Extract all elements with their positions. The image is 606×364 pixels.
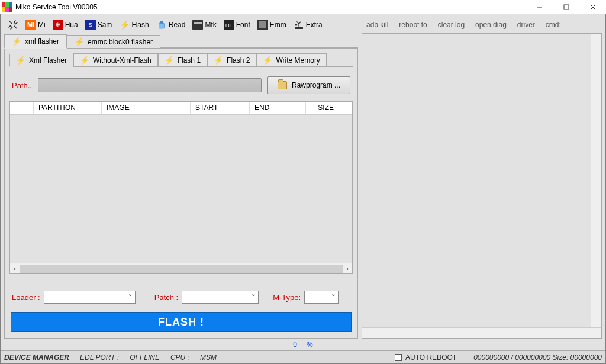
log-panel[interactable] bbox=[362, 33, 602, 339]
table-hscroll[interactable]: ‹ › bbox=[10, 263, 352, 273]
loader-row: Loader : ˅ Patch : ˅ M-Type: ˅ bbox=[9, 278, 353, 308]
subtab-flash1[interactable]: ⚡ Flash 1 bbox=[158, 53, 207, 66]
auto-reboot-checkbox[interactable]: AUTO REBOOT bbox=[395, 353, 457, 362]
link-driver[interactable]: driver bbox=[517, 21, 535, 29]
subtab-without-xml-label: Without-Xml-Flash bbox=[93, 56, 152, 65]
subtab-flash1-label: Flash 1 bbox=[178, 56, 201, 65]
subtab-flash2-label: Flash 2 bbox=[227, 56, 250, 65]
mtk-label: Mtk bbox=[205, 21, 216, 29]
cpu-label: CPU : bbox=[170, 353, 189, 362]
font-button[interactable]: TTF Font bbox=[220, 17, 254, 33]
link-reboot-to[interactable]: reboot to bbox=[399, 21, 427, 29]
tab-xml-flasher[interactable]: ⚡ xml flasher bbox=[4, 34, 67, 49]
cpu-value: MSM bbox=[200, 353, 217, 362]
auto-reboot-label: AUTO REBOOT bbox=[405, 353, 457, 362]
mtk-icon bbox=[192, 20, 203, 30]
edl-port-value: OFFLINE bbox=[130, 353, 160, 362]
titlebar: Miko Service Tool V00005 bbox=[0, 0, 606, 14]
flash-label: Flash bbox=[131, 21, 149, 29]
subtab-without-xml[interactable]: ⚡ Without-Xml-Flash bbox=[73, 53, 158, 66]
loader-combo[interactable]: ˅ bbox=[44, 291, 136, 304]
table-header-end[interactable]: END bbox=[250, 102, 306, 114]
main-toolbar: MI Mi ❋ Hua S Sam ⚡ Flash bbox=[4, 17, 358, 33]
emm-label: Emm bbox=[270, 21, 286, 29]
wrench-icon bbox=[8, 20, 18, 30]
subtab-xml-flasher[interactable]: ⚡ Xml Flasher bbox=[9, 54, 73, 67]
mi-label: Mi bbox=[38, 21, 46, 29]
rawprogram-button[interactable]: Rawprogram ... bbox=[267, 76, 350, 94]
size-status: 000000000 / 000000000 Size: 00000000 bbox=[473, 353, 602, 362]
mtype-combo[interactable]: ˅ bbox=[304, 291, 339, 304]
maximize-button[interactable] bbox=[553, 0, 579, 14]
table-header-image[interactable]: IMAGE bbox=[102, 102, 191, 114]
mi-button[interactable]: MI Mi bbox=[22, 17, 49, 33]
window-title: Miko Service Tool V00005 bbox=[15, 3, 98, 11]
emmc-button[interactable]: Emm bbox=[254, 17, 290, 33]
read-icon bbox=[156, 20, 167, 30]
mtype-label: M-Type: bbox=[273, 293, 301, 302]
samsung-icon: S bbox=[85, 20, 96, 30]
mi-icon: MI bbox=[25, 20, 36, 30]
font-icon: TTF bbox=[224, 20, 234, 30]
bolt-icon: ⚡ bbox=[263, 56, 272, 65]
bolt-icon: ⚡ bbox=[12, 37, 21, 46]
edl-port-label: EDL PORT : bbox=[80, 353, 119, 362]
table-body[interactable] bbox=[10, 115, 352, 263]
checkbox-icon bbox=[395, 354, 402, 361]
flash-tb-button[interactable]: ⚡ Flash bbox=[115, 17, 152, 33]
table-header-partition[interactable]: PARTITION bbox=[34, 102, 102, 114]
minimize-button[interactable] bbox=[526, 0, 553, 14]
patch-combo[interactable]: ˅ bbox=[182, 291, 259, 304]
mtk-button[interactable]: Mtk bbox=[189, 17, 220, 33]
link-clear-log[interactable]: clear log bbox=[438, 21, 465, 29]
chevron-down-icon: ˅ bbox=[331, 293, 336, 302]
tools-button[interactable] bbox=[4, 17, 22, 33]
link-adb-kill[interactable]: adb kill bbox=[366, 21, 388, 29]
font-label: Font bbox=[236, 21, 250, 29]
right-toolbar: adb kill reboot to clear log open diag d… bbox=[362, 17, 602, 33]
loader-label: Loader : bbox=[12, 293, 40, 302]
samsung-button[interactable]: S Sam bbox=[82, 17, 116, 33]
table-header: PARTITION IMAGE START END SIZE bbox=[10, 102, 352, 115]
read-label: Read bbox=[169, 21, 186, 29]
svg-rect-7 bbox=[194, 22, 202, 24]
path-label: Path.. bbox=[12, 81, 32, 90]
scroll-right-icon[interactable]: › bbox=[343, 264, 352, 273]
sam-label: Sam bbox=[98, 21, 112, 29]
table-header-size[interactable]: SIZE bbox=[306, 102, 352, 114]
scroll-left-icon[interactable]: ‹ bbox=[10, 264, 20, 273]
subtab-write-memory[interactable]: ⚡ Write Memory bbox=[256, 53, 326, 66]
link-cmd[interactable]: cmd: bbox=[546, 21, 561, 29]
svg-rect-5 bbox=[160, 21, 163, 24]
device-manager-link[interactable]: DEVICE MANAGER bbox=[4, 353, 69, 362]
path-input[interactable] bbox=[38, 78, 262, 92]
log-vscroll[interactable] bbox=[591, 34, 601, 327]
bolt-icon: ⚡ bbox=[165, 56, 174, 65]
sub-tabs: ⚡ Xml Flasher ⚡ Without-Xml-Flash ⚡ Flas… bbox=[9, 53, 353, 67]
read-button[interactable]: Read bbox=[153, 17, 189, 33]
progress-row: 0 % bbox=[1, 339, 605, 350]
table-header-start[interactable]: START bbox=[191, 102, 250, 114]
extra-button[interactable]: Extra bbox=[290, 17, 326, 33]
chevron-down-icon: ˅ bbox=[252, 293, 256, 302]
patch-label: Patch : bbox=[154, 293, 178, 302]
link-open-diag[interactable]: open diag bbox=[475, 21, 507, 29]
flash-icon: ⚡ bbox=[119, 20, 130, 30]
hua-label: Hua bbox=[65, 21, 78, 29]
folder-icon bbox=[278, 81, 287, 89]
tab-emmc-block0-label: emmc block0 flasher bbox=[88, 38, 153, 46]
emmc-icon bbox=[257, 20, 268, 30]
bolt-icon: ⚡ bbox=[214, 56, 223, 65]
flash-button[interactable]: FLASH ! bbox=[11, 312, 352, 332]
tab-emmc-block0[interactable]: ⚡ emmc block0 flasher bbox=[67, 35, 160, 48]
huawei-icon: ❋ bbox=[53, 20, 63, 30]
subtab-flash2[interactable]: ⚡ Flash 2 bbox=[207, 53, 256, 66]
huawei-button[interactable]: ❋ Hua bbox=[49, 17, 82, 33]
svg-rect-1 bbox=[564, 5, 569, 9]
close-button[interactable] bbox=[579, 0, 606, 14]
chevron-down-icon: ˅ bbox=[128, 293, 133, 302]
progress-unit: % bbox=[307, 340, 313, 349]
svg-rect-4 bbox=[159, 23, 164, 28]
log-hscroll[interactable] bbox=[362, 327, 601, 338]
statusbar: DEVICE MANAGER EDL PORT : OFFLINE CPU : … bbox=[1, 350, 605, 363]
